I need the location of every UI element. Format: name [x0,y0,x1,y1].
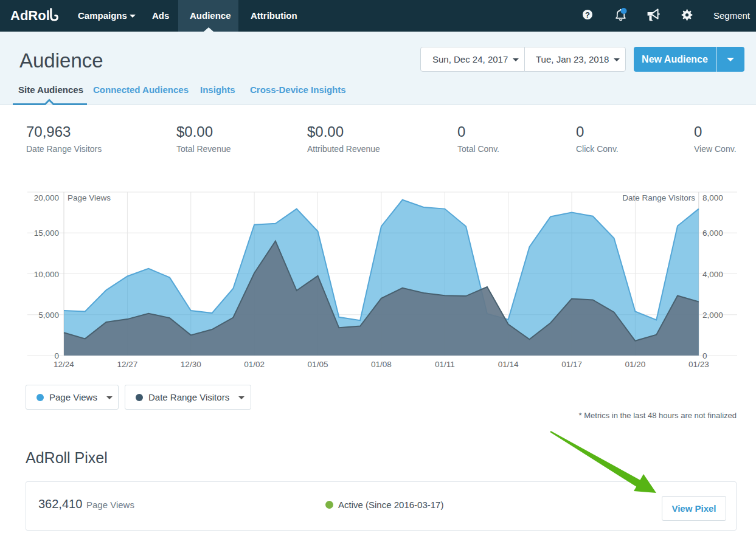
svg-text:2,000: 2,000 [702,311,723,320]
svg-text:10,000: 10,000 [34,270,59,279]
svg-text:12/24: 12/24 [54,360,74,369]
svg-text:01/11: 01/11 [435,360,455,369]
svg-text:01/23: 01/23 [688,360,709,369]
svg-text:12/27: 12/27 [117,360,137,369]
svg-text:0: 0 [702,351,707,360]
svg-text:6,000: 6,000 [702,229,723,238]
svg-text:5,000: 5,000 [38,311,59,320]
svg-text:Date Range Visitors: Date Range Visitors [622,193,695,202]
svg-text:01/02: 01/02 [244,360,265,369]
svg-text:12/30: 12/30 [181,360,201,369]
svg-text:01/08: 01/08 [371,360,392,369]
svg-text:01/17: 01/17 [561,360,582,369]
svg-text:01/05: 01/05 [308,360,328,369]
svg-text:AdRol: AdRol [10,8,50,23]
svg-text:01/14: 01/14 [498,360,519,369]
svg-text:4,000: 4,000 [702,270,723,279]
svg-text:20,000: 20,000 [34,193,59,202]
svg-text:8,000: 8,000 [702,193,723,202]
svg-text:0: 0 [54,351,59,360]
svg-text:01/20: 01/20 [625,360,646,369]
svg-text:?: ? [585,10,590,19]
svg-text:Page Views: Page Views [68,193,111,202]
svg-text:15,000: 15,000 [34,229,59,238]
